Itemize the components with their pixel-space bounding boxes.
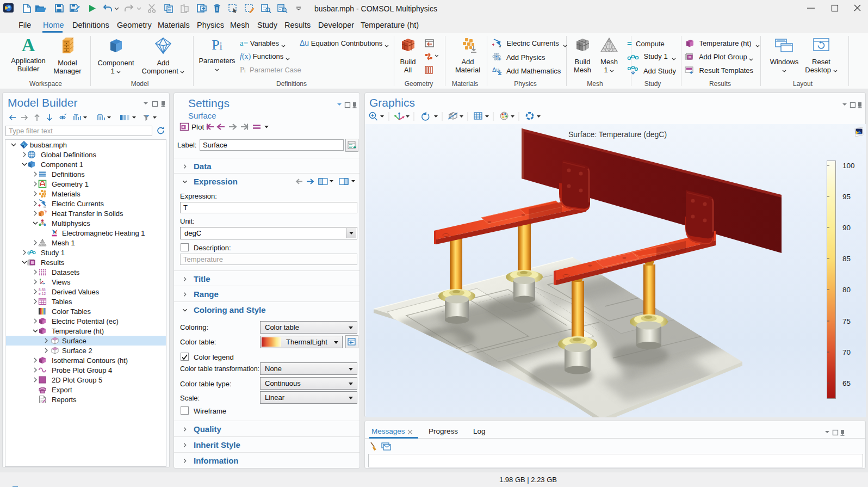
svg-text:75: 75 — [842, 317, 851, 325]
svg-text:100: 100 — [842, 162, 855, 170]
svg-text:90: 90 — [842, 224, 851, 232]
svg-text:80: 80 — [842, 286, 851, 294]
svg-text:85: 85 — [842, 255, 851, 263]
svg-text:95: 95 — [842, 193, 851, 201]
svg-text:70: 70 — [842, 348, 851, 356]
svg-text:Plot: Plot — [191, 123, 204, 131]
svg-text:65: 65 — [842, 379, 851, 387]
